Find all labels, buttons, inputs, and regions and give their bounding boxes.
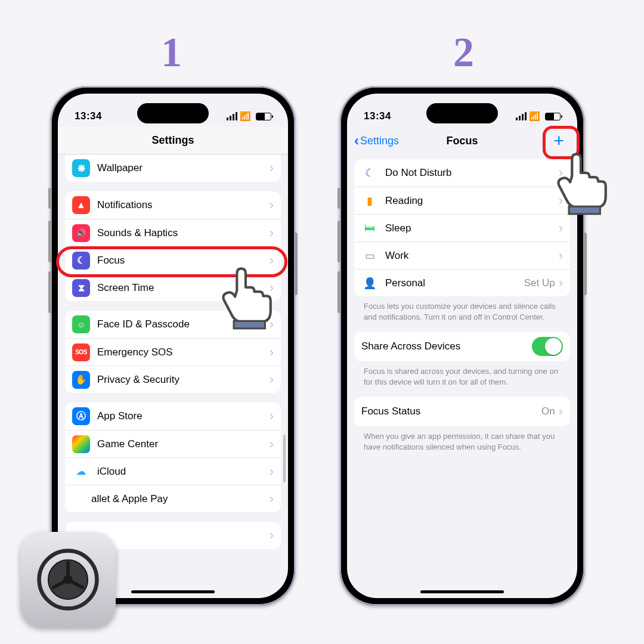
chevron-right-icon: ›: [559, 248, 563, 264]
chevron-right-icon: ›: [270, 280, 274, 296]
phone-frame-1: 13:34 📶 Settings ❋ Wallpaper ›: [51, 86, 295, 605]
chevron-right-icon: ›: [559, 275, 563, 291]
faceid-icon: ☺: [72, 315, 90, 333]
settings-row-appstore[interactable]: Ⓐ App Store ›: [65, 402, 281, 430]
sos-icon: SOS: [72, 343, 90, 361]
footer-text-3: When you give an app permission, it can …: [354, 426, 570, 452]
privacy-icon: ✋: [72, 371, 90, 389]
nav-bar: ‹ Settings Focus +: [347, 127, 577, 154]
moon-icon: ☾: [361, 166, 378, 179]
settings-row-wallet[interactable]: allet & Apple Pay ›: [65, 485, 281, 512]
chevron-right-icon: ›: [270, 160, 274, 176]
gear-icon: [35, 547, 101, 612]
battery-icon: [256, 113, 271, 120]
chevron-right-icon: ›: [270, 317, 274, 332]
focus-status-value: On: [541, 405, 555, 417]
battery-icon: [545, 113, 561, 120]
settings-row-privacy[interactable]: ✋ Privacy & Security ›: [65, 366, 281, 393]
chevron-right-icon: ›: [270, 464, 274, 479]
nav-bar: Settings: [58, 127, 288, 154]
focus-row-reading[interactable]: ▮ Reading ›: [354, 187, 570, 214]
home-indicator[interactable]: [131, 590, 215, 593]
chevron-right-icon: ›: [559, 193, 563, 209]
status-time: 13:34: [75, 110, 102, 122]
share-across-devices-row[interactable]: Share Across Devices: [354, 332, 570, 361]
footer-text-1: Focus lets you customize your devices an…: [354, 296, 570, 322]
chevron-right-icon: ›: [559, 165, 563, 181]
notifications-icon: ▲: [72, 196, 90, 214]
chevron-right-icon: ›: [559, 404, 563, 419]
step-number-1: 1: [161, 29, 182, 76]
screentime-icon: ⧗: [72, 279, 90, 297]
cellular-icon: [516, 112, 527, 120]
settings-row-gamecenter[interactable]: Game Center ›: [65, 430, 281, 457]
briefcase-icon: ▭: [361, 249, 378, 262]
status-time: 13:34: [364, 110, 391, 122]
icloud-icon: ☁: [72, 463, 90, 481]
wifi-icon: 📶: [240, 111, 252, 122]
gamecenter-icon: [72, 435, 90, 453]
page-title: Focus: [446, 135, 478, 147]
add-button[interactable]: +: [553, 132, 564, 150]
chevron-right-icon: ›: [270, 345, 274, 360]
page-title: Settings: [151, 134, 194, 147]
settings-row-focus[interactable]: ☾ Focus ›: [65, 246, 281, 274]
share-toggle[interactable]: [532, 337, 563, 356]
dynamic-island: [426, 103, 498, 123]
phone-frame-2: 13:34 📶 ‹ Settings Focus + ☾: [340, 86, 584, 605]
scrollbar[interactable]: [283, 435, 286, 482]
settings-row-sos[interactable]: SOS Emergency SOS ›: [65, 338, 281, 366]
back-button[interactable]: ‹ Settings: [354, 134, 399, 148]
focus-row-dnd[interactable]: ☾ Do Not Disturb ›: [354, 159, 570, 187]
settings-row-screentime[interactable]: ⧗ Screen Time ›: [65, 274, 281, 301]
chevron-right-icon: ›: [270, 197, 274, 213]
focus-row-work[interactable]: ▭ Work ›: [354, 242, 570, 269]
focus-status-row[interactable]: Focus Status On ›: [354, 397, 570, 426]
setup-label: Set Up: [524, 277, 555, 289]
wallpaper-icon: ❋: [72, 159, 90, 177]
focus-row-personal[interactable]: 👤 Personal Set Up ›: [354, 269, 570, 296]
focus-icon: ☾: [72, 252, 90, 270]
settings-row-notifications[interactable]: ▲ Notifications ›: [65, 191, 281, 219]
home-indicator[interactable]: [420, 590, 504, 593]
focus-row-sleep[interactable]: 🛏 Sleep ›: [354, 214, 570, 242]
person-icon: 👤: [361, 277, 378, 290]
settings-row-wallpaper[interactable]: ❋ Wallpaper ›: [65, 154, 281, 182]
settings-app-icon: [20, 532, 116, 627]
chevron-right-icon: ›: [270, 436, 274, 452]
book-icon: ▮: [361, 194, 378, 208]
chevron-left-icon: ‹: [354, 134, 359, 148]
dynamic-island: [137, 103, 209, 123]
cellular-icon: [227, 112, 237, 120]
chevron-right-icon: ›: [270, 372, 274, 388]
settings-row-sounds[interactable]: 🔊 Sounds & Haptics ›: [65, 219, 281, 246]
chevron-right-icon: ›: [270, 491, 274, 507]
settings-row-faceid[interactable]: ☺ Face ID & Passcode ›: [65, 311, 281, 338]
sounds-icon: 🔊: [72, 224, 90, 242]
step-number-2: 2: [453, 29, 474, 76]
chevron-right-icon: ›: [270, 253, 274, 268]
footer-text-2: Focus is shared across your devices, and…: [354, 361, 570, 387]
chevron-right-icon: ›: [270, 408, 274, 424]
chevron-right-icon: ›: [559, 221, 563, 236]
settings-row-icloud[interactable]: ☁ iCloud ›: [65, 457, 281, 485]
appstore-icon: Ⓐ: [72, 407, 90, 425]
chevron-right-icon: ›: [270, 225, 274, 241]
bed-icon: 🛏: [361, 222, 378, 234]
chevron-right-icon: ›: [270, 528, 274, 543]
wifi-icon: 📶: [529, 111, 541, 122]
